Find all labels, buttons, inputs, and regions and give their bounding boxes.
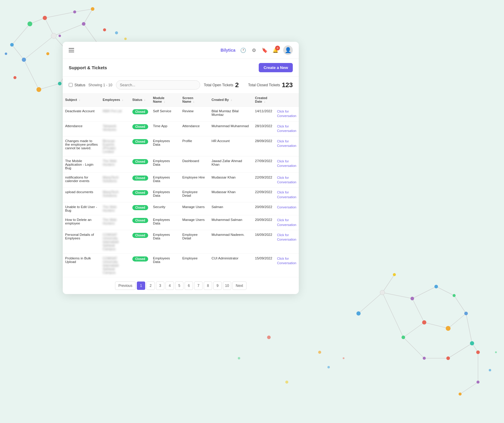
created-date-cell: 27/09/2022 <box>253 156 275 173</box>
svg-point-61 <box>470 341 474 345</box>
page-btn-3[interactable]: 3 <box>156 282 164 290</box>
screen-name-cell: Profile <box>180 136 209 156</box>
svg-point-24 <box>91 7 94 11</box>
created-date-cell: 22/09/2022 <box>253 187 275 202</box>
svg-line-12 <box>12 45 24 60</box>
col-created-by[interactable]: Created By ↓ <box>209 93 253 107</box>
col-status[interactable]: Status ↓ <box>130 93 151 107</box>
search-box <box>116 80 200 90</box>
page-btn-6[interactable]: 6 <box>185 282 193 290</box>
created-by-cell: Jawad Zafar Ahmad Khan <box>209 156 253 173</box>
created-by-cell: Mudassar Khan <box>209 173 253 187</box>
bookmark-icon[interactable]: 🔖 <box>262 47 268 53</box>
page-btn-2[interactable]: 2 <box>146 282 155 290</box>
col-employees[interactable]: Employees ↓ <box>100 93 130 107</box>
svg-line-6 <box>39 84 60 90</box>
subject-cell: notifications for calender events <box>63 173 100 187</box>
svg-line-44 <box>448 343 472 358</box>
svg-point-17 <box>82 22 85 26</box>
svg-point-25 <box>10 43 14 47</box>
table-row: The Mobile Application - Login Bug The W… <box>63 156 299 173</box>
page-btn-1[interactable]: 1 <box>137 282 145 290</box>
clock-icon[interactable]: 🕐 <box>240 47 246 53</box>
status-checkbox-input[interactable] <box>69 83 73 87</box>
tickets-table: Subject ↓ Employees ↓ Status ↓ Module Na… <box>63 93 299 277</box>
page-btn-5[interactable]: 5 <box>175 282 183 290</box>
menu-icon[interactable] <box>69 48 74 52</box>
ticket-stats: Total Open Tickets 2 Total Closed Ticket… <box>204 81 293 89</box>
created-date-cell: 15/09/2022 <box>253 253 275 277</box>
create-new-button[interactable]: Create a New <box>259 63 293 72</box>
conversation-link[interactable]: Click forConversation <box>277 190 296 199</box>
status-filter[interactable]: Status <box>69 83 85 87</box>
status-cell: Closed <box>130 230 151 253</box>
settings-icon[interactable]: ⚙ <box>251 47 257 53</box>
employee-cell: COMSAT University Islamabad Sahiwal Camp… <box>100 230 130 253</box>
svg-point-72 <box>318 351 321 354</box>
page-btn-8[interactable]: 8 <box>204 282 212 290</box>
created-date-cell: 28/10/2022 <box>253 121 275 136</box>
module-name-cell: Employees Data <box>151 215 180 230</box>
page-btn-4[interactable]: 4 <box>166 282 174 290</box>
next-button[interactable]: Next <box>232 282 246 290</box>
col-created-date[interactable]: Created Date ↓ <box>253 93 275 107</box>
col-screen-name[interactable]: Screen Name ↓ <box>180 93 209 107</box>
subject-cell: Deactivate Account <box>63 107 100 121</box>
conversation-link[interactable]: Click forConversation <box>277 233 296 241</box>
employee-cell: ManpTech Solutions <box>100 173 130 187</box>
search-input[interactable] <box>116 80 200 90</box>
svg-point-57 <box>422 320 426 324</box>
svg-point-59 <box>446 326 451 331</box>
avatar[interactable]: 👤 <box>283 45 293 55</box>
svg-point-69 <box>459 393 462 396</box>
prev-button[interactable]: Previous <box>115 282 136 290</box>
conversation-link[interactable]: Click forConversation <box>277 176 296 184</box>
table-row: Changes made to the employee profiles ca… <box>63 136 299 156</box>
action-cell: Click forConversation <box>275 253 299 277</box>
svg-line-47 <box>382 275 394 293</box>
svg-point-16 <box>51 33 56 39</box>
module-name-cell: Employees Data <box>151 230 180 253</box>
conversation-link[interactable]: Click forConversation <box>277 159 296 167</box>
employee-name: COMSAT University Islamabad Sahiwal Camp… <box>103 256 119 274</box>
svg-line-43 <box>466 313 472 343</box>
conversation-link[interactable]: Click forConversation <box>277 257 296 265</box>
brand-name: Bilytica <box>220 48 235 53</box>
page-btn-7[interactable]: 7 <box>194 282 203 290</box>
screen-name-cell: Employee Detail <box>180 230 209 253</box>
page-btn-10[interactable]: 10 <box>223 282 231 290</box>
created-date-cell: 28/09/2022 <box>253 136 275 156</box>
svg-line-11 <box>84 9 93 24</box>
subject-cell: Unable to Edit User - Bug <box>63 202 100 215</box>
showing-text: Showing 1 - 10 <box>88 83 112 87</box>
screen-name-cell: Attendance <box>180 121 209 136</box>
col-module-name[interactable]: Module Name ↓ <box>151 93 180 107</box>
svg-point-54 <box>356 311 361 316</box>
status-badge: Closed <box>132 190 148 195</box>
conversation-link[interactable]: Click forConversation <box>277 124 296 133</box>
svg-line-0 <box>24 36 54 60</box>
conversation-link[interactable]: Click forConversation <box>277 110 296 118</box>
notification-bell[interactable]: 🔔 0 <box>272 47 278 53</box>
created-by-cell: Muhammad Nadeem. <box>209 230 253 253</box>
svg-point-64 <box>393 273 396 276</box>
svg-point-76 <box>285 381 288 384</box>
svg-point-31 <box>59 35 61 37</box>
status-badge: Closed <box>132 124 148 129</box>
conversation-link[interactable]: Click forConversation <box>277 139 296 147</box>
col-subject[interactable]: Subject ↓ <box>63 93 100 107</box>
svg-point-55 <box>380 290 385 295</box>
page-btn-9[interactable]: 9 <box>213 282 222 290</box>
status-badge: Closed <box>132 233 148 238</box>
status-cell: Closed <box>130 136 151 156</box>
created-date-cell: 16/09/2022 <box>253 230 275 253</box>
screen-name-cell: Manage Users <box>180 202 209 215</box>
status-badge: Closed <box>132 139 148 144</box>
conversation-link[interactable]: Click forConversation <box>277 218 296 226</box>
created-date-cell: 22/09/2022 <box>253 173 275 187</box>
conversation-link[interactable]: Conversation <box>277 205 296 209</box>
toolbar: Status Showing 1 - 10 Total Open Tickets… <box>63 77 299 93</box>
created-by-cell: HR Account <box>209 136 253 156</box>
svg-point-21 <box>58 82 62 85</box>
svg-point-30 <box>103 28 106 31</box>
